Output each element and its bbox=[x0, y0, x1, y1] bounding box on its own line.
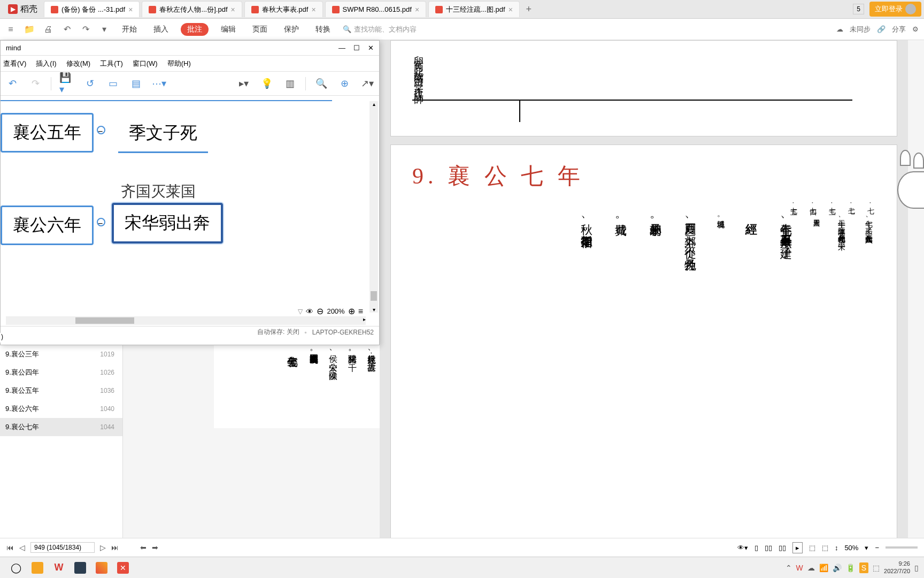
clock[interactable]: 9:26 2022/7/20 bbox=[884, 560, 910, 574]
menu-insert[interactable]: 插入 bbox=[149, 23, 173, 36]
wifi-icon[interactable]: 📶 bbox=[819, 564, 828, 572]
minimize-icon[interactable]: — bbox=[338, 44, 345, 52]
play-icon[interactable]: ▸ bbox=[792, 542, 803, 553]
scroll-thumb-h[interactable] bbox=[75, 317, 134, 324]
settings-icon[interactable]: ⚙ bbox=[912, 25, 919, 33]
pdf-viewer[interactable]: 卵 官 丙 此 故 獨 田 棠 庄 煤 帥 9. 襄 公 七 年 七· 七·二 … bbox=[380, 40, 908, 551]
redo-icon[interactable]: ↷ bbox=[28, 76, 43, 91]
menu-annotate[interactable]: 批注 bbox=[181, 23, 209, 36]
close-icon[interactable]: × bbox=[415, 5, 419, 14]
start-button[interactable]: ◯ bbox=[5, 559, 27, 576]
vertical-scrollbar[interactable]: ▴ ▾ bbox=[369, 101, 378, 313]
zoom-in-icon[interactable]: ⊕ bbox=[348, 306, 355, 316]
xmind-titlebar[interactable]: mind — ☐ ✕ bbox=[1, 41, 379, 56]
share-label[interactable]: 分享 bbox=[892, 25, 906, 34]
share-icon[interactable]: 🔗 bbox=[877, 25, 886, 33]
first-page-icon[interactable]: ⏮ bbox=[6, 543, 14, 552]
folder-icon[interactable]: 📁 bbox=[24, 24, 35, 35]
redo-icon[interactable]: ↷ bbox=[80, 24, 91, 35]
fit-icon[interactable]: ≡ bbox=[358, 307, 363, 316]
chevron-up-icon[interactable]: ⌃ bbox=[786, 564, 792, 572]
mindmap-label[interactable]: 齐国灭莱国 bbox=[121, 181, 196, 202]
close-icon[interactable]: ✕ bbox=[368, 44, 374, 52]
app-button-2[interactable] bbox=[91, 559, 112, 576]
maximize-icon[interactable]: ☐ bbox=[353, 44, 360, 52]
menu-icon[interactable]: ≡ bbox=[5, 24, 16, 35]
mindmap-node-root2[interactable]: 襄公六年 bbox=[1, 206, 94, 245]
save-icon[interactable]: 💾▾ bbox=[59, 76, 74, 91]
close-icon[interactable]: × bbox=[128, 5, 133, 14]
menu-convert[interactable]: 转换 bbox=[311, 23, 335, 36]
tab-1[interactable]: 春秋左传人物...份].pdf × bbox=[142, 1, 242, 17]
menu-tools[interactable]: 工具(T) bbox=[100, 59, 123, 69]
cloud-icon[interactable]: ☁ bbox=[836, 25, 843, 33]
volume-icon[interactable]: 🔊 bbox=[833, 564, 842, 572]
export-icon[interactable]: ↗▾ bbox=[360, 76, 375, 91]
fit-icon[interactable]: ↕ bbox=[835, 544, 838, 552]
zoom-icon[interactable]: 🔍 bbox=[314, 76, 329, 91]
close-icon[interactable]: × bbox=[509, 5, 513, 14]
dropdown-icon[interactable]: ▾ bbox=[99, 24, 110, 35]
toc-item[interactable]: 9.襄公六年1040 bbox=[0, 400, 122, 418]
menu-page[interactable]: 页面 bbox=[248, 23, 272, 36]
toc-item-selected[interactable]: 9.襄公七年1044 bbox=[0, 418, 122, 436]
menu-view[interactable]: 查看(V) bbox=[3, 59, 26, 69]
more-icon[interactable]: ⋯▾ bbox=[151, 76, 166, 91]
xmind-button[interactable]: ✕ bbox=[112, 559, 134, 576]
toc-item[interactable]: 9.襄公五年1036 bbox=[0, 382, 122, 400]
ime-icon[interactable]: S bbox=[859, 562, 868, 573]
nav-back-icon[interactable]: ⬅ bbox=[140, 543, 147, 552]
tab-0[interactable]: (备份) 备份 ...-31.pdf × bbox=[44, 1, 140, 17]
xmind-canvas[interactable]: 襄公五年 − 季文子死 襄公六年 − 齐国灭莱国 宋华弱出奔 ▴ ▾ ▸ ▽ 👁… bbox=[1, 96, 379, 326]
tray-icon-2[interactable]: ⬚ bbox=[873, 564, 880, 572]
last-page-icon[interactable]: ⏭ bbox=[111, 543, 119, 552]
menu-window[interactable]: 窗口(W) bbox=[133, 59, 158, 69]
two-page-icon[interactable]: ▯▯ bbox=[779, 544, 786, 552]
tab-count-badge[interactable]: 5 bbox=[853, 4, 864, 14]
tab-4[interactable]: 十三经注疏...图.pdf × bbox=[428, 1, 520, 17]
node-toggle-icon[interactable]: − bbox=[97, 218, 105, 226]
mindmap-node-child1[interactable]: 季文子死 bbox=[118, 115, 208, 153]
nav-fwd-icon[interactable]: ➡ bbox=[152, 543, 158, 552]
menu-insert[interactable]: 插入(I) bbox=[36, 59, 56, 69]
next-page-icon[interactable]: ▷ bbox=[100, 543, 106, 552]
topic-icon[interactable]: ▭ bbox=[105, 76, 120, 91]
print-icon[interactable]: 🖨 bbox=[43, 24, 53, 35]
horizontal-scrollbar[interactable]: ▸ bbox=[6, 316, 366, 325]
menu-edit[interactable]: 编辑 bbox=[217, 23, 240, 36]
mindmap-node-child2-selected[interactable]: 宋华弱出奔 bbox=[112, 203, 223, 244]
prev-page-icon[interactable]: ◁ bbox=[19, 543, 25, 552]
battery-icon[interactable]: 🔋 bbox=[846, 564, 855, 572]
subtopic-icon[interactable]: ▤ bbox=[128, 76, 143, 91]
node-toggle-icon[interactable]: − bbox=[97, 126, 105, 134]
share-icon[interactable]: ⊕ bbox=[337, 76, 352, 91]
new-tab-button[interactable]: + bbox=[521, 4, 537, 15]
layout-icon[interactable]: ▥ bbox=[282, 76, 297, 91]
continuous-icon[interactable]: ▯▯ bbox=[765, 544, 772, 552]
zoom-slider[interactable] bbox=[886, 546, 918, 549]
close-icon[interactable]: × bbox=[231, 5, 235, 14]
tab-2[interactable]: 春秋大事表.pdf × bbox=[244, 1, 323, 17]
idea-icon[interactable]: 💡 bbox=[259, 76, 274, 91]
undo-icon[interactable]: ↶ bbox=[61, 24, 72, 35]
chevron-down-icon[interactable]: ▾ bbox=[865, 544, 868, 552]
toc-item[interactable]: 9.襄公四年1026 bbox=[0, 363, 122, 382]
app-button-1[interactable] bbox=[70, 559, 91, 576]
eye-icon[interactable]: 👁 bbox=[306, 307, 313, 316]
page-number-input[interactable] bbox=[30, 542, 95, 553]
eye-icon[interactable]: 👁▾ bbox=[737, 544, 748, 552]
menu-start[interactable]: 开始 bbox=[118, 23, 141, 36]
undo-icon[interactable]: ↶ bbox=[5, 76, 20, 91]
menu-help[interactable]: 帮助(H) bbox=[167, 59, 191, 69]
select-icon[interactable]: ⬚ bbox=[822, 544, 828, 552]
scroll-thumb[interactable] bbox=[371, 291, 377, 301]
sync-icon[interactable]: ↺ bbox=[82, 76, 97, 91]
mindmap-node-root1[interactable]: 襄公五年 bbox=[1, 113, 94, 153]
single-page-icon[interactable]: ▯ bbox=[754, 544, 758, 552]
toc-item[interactable]: 9.襄公三年1019 bbox=[0, 345, 122, 363]
menu-modify[interactable]: 修改(M) bbox=[66, 59, 91, 69]
tray-app-icon[interactable]: W bbox=[796, 564, 803, 572]
crop-icon[interactable]: ⬚ bbox=[809, 544, 815, 552]
app-home[interactable]: ▶ 稻壳 bbox=[3, 0, 43, 18]
filter-icon[interactable]: ▽ bbox=[298, 308, 303, 315]
